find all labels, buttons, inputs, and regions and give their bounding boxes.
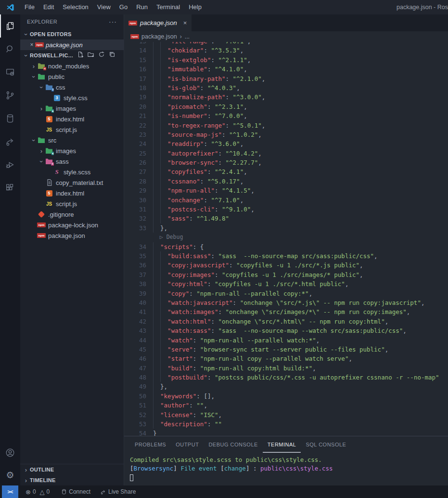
panel-tab-terminal[interactable]: TERMINAL	[263, 436, 301, 453]
tree-item-style-css[interactable]: 3style.css	[20, 92, 124, 103]
code-line: 26 "browser-sync": "^2.27.7",	[124, 158, 448, 167]
line-number: 33	[124, 223, 146, 233]
code-line: 54}	[124, 429, 448, 436]
problems-status[interactable]: ⊗ 0 △ 0	[22, 485, 53, 498]
open-editor-package-json[interactable]: × npm package.json	[20, 39, 124, 50]
refresh-icon[interactable]	[98, 51, 105, 60]
run-debug-icon[interactable]	[0, 153, 20, 176]
new-folder-icon[interactable]	[88, 51, 94, 60]
panel-tab-output[interactable]: OUTPUT	[171, 436, 204, 453]
tab-close-icon[interactable]: ×	[183, 19, 187, 26]
line-number: 28	[124, 177, 146, 186]
live-share-icon[interactable]	[0, 130, 20, 153]
timeline-section[interactable]: ›TIMELINE	[20, 475, 124, 485]
code-line: 38 "copy:html": "copyfiles -u 1 ./src/*.…	[124, 279, 448, 288]
tree-item-copy-material-txt[interactable]: copy_material.txt	[20, 177, 124, 188]
remote-explorer-icon[interactable]	[0, 61, 20, 84]
project-section-header[interactable]: › ROSWELL.PIC...	[20, 50, 124, 61]
tree-item-script-js[interactable]: JSscript.js	[20, 124, 124, 135]
code-line: 34 "scripts": {	[124, 242, 448, 251]
folder-img-icon: ▴	[45, 147, 53, 155]
explorer-icon[interactable]	[0, 14, 20, 38]
line-number: 54	[124, 429, 146, 436]
tree-item-public[interactable]: ›public	[20, 71, 124, 82]
collapse-all-icon[interactable]	[109, 51, 115, 60]
line-number: 26	[124, 158, 146, 167]
tree-item-index-html[interactable]: 5index.html	[20, 188, 124, 198]
menu-file[interactable]: File	[20, 0, 39, 14]
tree-item-index-html[interactable]: 5index.html	[20, 114, 124, 124]
tab-package-json[interactable]: npm package.json ×	[124, 14, 192, 31]
extensions-icon[interactable]	[0, 176, 20, 199]
database-icon[interactable]	[0, 107, 20, 130]
explorer-more-actions-icon[interactable]: ···	[109, 18, 117, 26]
explorer-sidebar: EXPLORER ··· › OPEN EDITORS × npm packag…	[20, 14, 124, 485]
panel-tab-debug-console[interactable]: DEBUG CONSOLE	[204, 436, 262, 453]
new-file-icon[interactable]	[77, 51, 84, 60]
html-file-icon: 5	[45, 115, 53, 123]
open-editors-section[interactable]: › OPEN EDITORS	[20, 29, 124, 39]
line-number: 50	[124, 392, 146, 401]
folder-css-icon: 3	[45, 83, 53, 91]
close-icon[interactable]: ×	[28, 41, 36, 48]
code-line: 31 "postcss-cli": "^9.1.0",	[124, 205, 448, 214]
panel-tab-sql-console[interactable]: SQL CONSOLE	[301, 436, 351, 453]
js-file-icon: JS	[45, 200, 53, 208]
menu-run[interactable]: Run	[132, 0, 152, 14]
line-number: 41	[124, 307, 146, 316]
connect-button[interactable]: Connect	[58, 485, 94, 498]
tree-item-script-js[interactable]: JSscript.js	[20, 198, 124, 209]
tree-item-css[interactable]: ›3css	[20, 82, 124, 92]
tree-item-src[interactable]: ›src	[20, 135, 124, 145]
code-line: 36 "copy:javascript": "copyfiles -u 1 ./…	[124, 261, 448, 270]
code-line: 29 "npm-run-all": "^4.1.5",	[124, 186, 448, 195]
live-share-button[interactable]: Live Share	[97, 485, 139, 498]
explorer-title: EXPLORER	[27, 19, 57, 25]
txt-file-icon	[45, 179, 53, 186]
terminal-output[interactable]: Compiled src\sass\style.scss to public\c…	[124, 453, 448, 485]
tree-item-package-json[interactable]: npmpackage.json	[20, 230, 124, 241]
line-number: 53	[124, 419, 146, 429]
menu-terminal[interactable]: Terminal	[152, 0, 184, 14]
code-line: 32 "sass": "^1.49.8"	[124, 214, 448, 223]
tree-item-style-scss[interactable]: Sstyle.scss	[20, 167, 124, 177]
code-line: 53 "description": ""	[124, 419, 448, 429]
source-control-icon[interactable]	[0, 84, 20, 107]
line-number: 49	[124, 382, 146, 391]
line-number: 23	[124, 130, 146, 139]
code-line: 43 "watch:sass": "sass --no-source-map -…	[124, 326, 448, 335]
tree-item-node-modules[interactable]: ›nnode_modules	[20, 61, 124, 71]
code-line: 50 "keywords": [],	[124, 392, 448, 401]
panel-tab-problems[interactable]: PROBLEMS	[130, 436, 171, 453]
settings-gear-icon[interactable]: ⚙	[0, 464, 20, 485]
tree-item-images[interactable]: ›▴images	[20, 145, 124, 156]
code-line: 46 "start": "npm-run-all copy --parallel…	[124, 354, 448, 363]
line-number: 15	[124, 55, 146, 65]
tree-item-sass[interactable]: ›Ssass	[20, 156, 124, 167]
line-number: 22	[124, 121, 146, 130]
title-bar: FileEditSelectionViewGoRunTerminalHelp p…	[0, 0, 448, 14]
code-line: 17 "is-binary-path": "^2.1.0",	[124, 74, 448, 83]
line-number: 16	[124, 65, 146, 74]
search-icon[interactable]	[0, 38, 20, 61]
breadcrumb[interactable]: npm package.json › ...	[124, 31, 448, 42]
line-number: 52	[124, 410, 146, 419]
menu-go[interactable]: Go	[115, 0, 132, 14]
menu-view[interactable]: View	[93, 0, 115, 14]
line-number: 43	[124, 326, 146, 335]
code-line: 47 "build": "npm-run-all copy:html build…	[124, 364, 448, 373]
menu-help[interactable]: Help	[184, 0, 206, 14]
tree-item--gitignore[interactable]: .gitignore	[20, 209, 124, 220]
tree-item-package-lock-json[interactable]: npmpackage-lock.json	[20, 220, 124, 230]
menu-selection[interactable]: Selection	[58, 0, 92, 14]
outline-section[interactable]: ›OUTLINE	[20, 464, 124, 475]
code-line: 49 },	[124, 382, 448, 391]
menu-edit[interactable]: Edit	[39, 0, 58, 14]
tree-item-images[interactable]: ›▴images	[20, 103, 124, 114]
remote-indicator[interactable]: ><	[2, 485, 18, 498]
code-editor[interactable]: 13 "fill-range": "^7.0.1",14 "chokidar":…	[124, 42, 448, 436]
sass-file-icon: S	[53, 168, 61, 176]
account-icon[interactable]	[0, 441, 20, 464]
editor-group: npm package.json × npm package.json › ..…	[124, 14, 448, 485]
chevron-down-icon: ›	[30, 136, 38, 144]
